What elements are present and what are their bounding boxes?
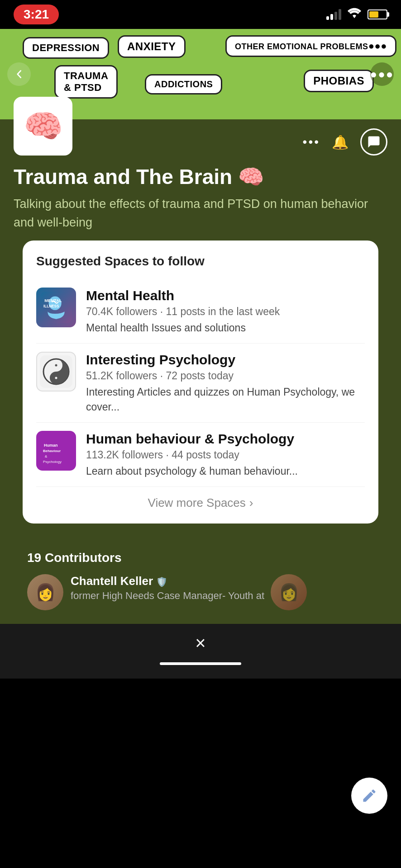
bubble-addictions: ADDICTIONS xyxy=(145,74,222,94)
svg-text:MENTAL: MENTAL xyxy=(44,299,62,303)
human-behav-info: Human behaviour & Psychology 113.2K foll… xyxy=(86,431,365,478)
contributor-name: Chantell Keller 🛡️ xyxy=(71,574,264,588)
mental-health-meta: 70.4K followers · 11 posts in the last w… xyxy=(86,306,365,318)
bubble-other: OTHER EMOTIONAL PROBLEMS●●● xyxy=(225,35,396,57)
contributor-avatar-2-icon: 👩 xyxy=(271,574,307,610)
bottom-bar: × xyxy=(0,624,401,679)
signal-icon xyxy=(326,9,341,20)
contributor-avatar: 👩 xyxy=(27,574,63,610)
contributors-heading: 19 Contributors xyxy=(27,551,374,565)
contributor-role: former High Needs Case Manager- Youth at xyxy=(71,590,264,602)
space-item-psychology[interactable]: Interesting Psychology 51.2K followers ·… xyxy=(36,344,365,422)
battery-icon xyxy=(368,9,387,19)
chevron-right-icon: › xyxy=(249,496,253,510)
spaces-heading: Suggested Spaces to follow xyxy=(36,254,365,269)
svg-text:ILLNESS: ILLNESS xyxy=(43,304,59,308)
messages-button[interactable] xyxy=(360,128,387,156)
mental-health-avatar: MENTAL ILLNESS xyxy=(36,288,76,327)
wifi-icon xyxy=(348,8,361,21)
human-behav-avatar-icon: Human Behaviour & Psychology xyxy=(36,431,76,471)
mental-health-info: Mental Health 70.4K followers · 11 posts… xyxy=(86,288,365,335)
svg-text:&: & xyxy=(45,454,48,458)
bubble-phobias: PHOBIAS xyxy=(304,70,374,92)
view-more-button[interactable]: View more Spaces › xyxy=(36,496,365,510)
svg-text:Behaviour: Behaviour xyxy=(43,449,61,453)
psychology-desc: Interesting Articles and quizzes on Huma… xyxy=(86,385,365,414)
human-behav-desc: Learn about psychology & human behaviour… xyxy=(86,464,365,478)
svg-text:Human: Human xyxy=(44,443,58,448)
human-behav-name: Human behaviour & Psychology xyxy=(86,431,365,447)
contributor-avatar-icon: 👩 xyxy=(27,574,63,610)
mental-health-desc: Mental health Issues and solutions xyxy=(86,321,365,335)
contributor-info: Chantell Keller 🛡️ former High Needs Cas… xyxy=(71,574,264,602)
psychology-avatar xyxy=(36,352,76,392)
bubble-depression: DEPRESSION xyxy=(23,37,109,59)
contributors-section: 19 Contributors 👩 Chantell Keller 🛡️ for… xyxy=(14,537,387,610)
more-options-button[interactable]: ••• xyxy=(303,135,320,149)
profile-section: 🧠 ••• 🔔 Trauma and The Brain 🧠 Talking a… xyxy=(0,119,401,624)
more-button[interactable]: ●●● xyxy=(370,62,394,86)
space-item-human-behav[interactable]: Human Behaviour & Psychology Human behav… xyxy=(36,423,365,487)
status-icons xyxy=(326,8,387,21)
profile-avatar: 🧠 xyxy=(14,97,72,156)
contributor-item-2: 👩 xyxy=(271,574,307,610)
view-more-label: View more Spaces xyxy=(148,496,246,510)
psychology-meta: 51.2K followers · 72 posts today xyxy=(86,370,365,382)
close-button[interactable]: × xyxy=(195,633,205,653)
human-behav-meta: 113.2K followers · 44 posts today xyxy=(86,449,365,461)
space-item-mental-health[interactable]: MENTAL ILLNESS Mental Health 70.4K follo… xyxy=(36,279,365,344)
status-time: 3:21 xyxy=(14,5,59,24)
bubble-anxiety: ANXIETY xyxy=(118,35,186,58)
contributor-item[interactable]: 👩 Chantell Keller 🛡️ former High Needs C… xyxy=(27,574,264,610)
verified-badge-icon: 🛡️ xyxy=(156,576,167,587)
contributor-avatar-2: 👩 xyxy=(271,574,307,610)
profile-title: Trauma and The Brain 🧠 xyxy=(14,165,387,189)
home-indicator xyxy=(160,662,241,665)
svg-point-8 xyxy=(55,364,57,367)
human-behav-avatar: Human Behaviour & Psychology xyxy=(36,431,76,471)
contributors-list: 👩 Chantell Keller 🛡️ former High Needs C… xyxy=(27,574,374,610)
psychology-info: Interesting Psychology 51.2K followers ·… xyxy=(86,352,365,414)
status-bar: 3:21 xyxy=(0,0,401,29)
brain-avatar-icon: 🧠 xyxy=(24,108,63,145)
mental-health-name: Mental Health xyxy=(86,288,365,304)
svg-text:Psychology: Psychology xyxy=(43,460,62,464)
bubble-trauma: TRAUMA& PTSD xyxy=(54,65,118,99)
profile-actions: ••• 🔔 xyxy=(303,128,387,156)
back-button[interactable] xyxy=(7,62,31,86)
edit-fab-button[interactable] xyxy=(351,778,387,814)
suggested-spaces-card: Suggested Spaces to follow xyxy=(23,241,378,524)
notifications-button[interactable]: 🔔 xyxy=(332,134,348,150)
svg-point-9 xyxy=(55,377,57,379)
psychology-name: Interesting Psychology xyxy=(86,352,365,368)
profile-description: Talking about the effects of trauma and … xyxy=(14,195,387,231)
